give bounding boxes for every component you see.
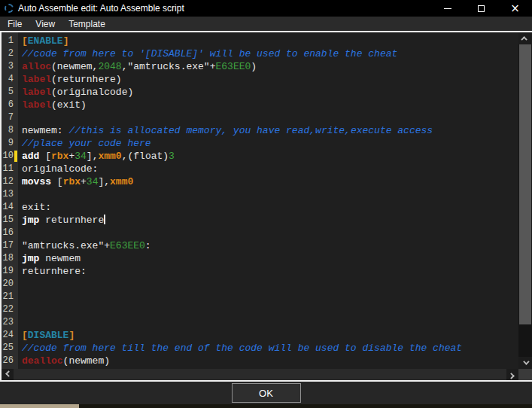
line-number: 9: [2, 137, 18, 150]
code-line[interactable]: [22, 316, 518, 329]
code-lines[interactable]: [ENABLE]//code from here to '[DISABLE]' …: [18, 32, 518, 369]
chevron-down-icon: [523, 358, 529, 364]
line-number: 25: [2, 342, 18, 355]
title-bar: Auto Assemble edit: Auto Assemble script…: [0, 0, 532, 17]
code-line[interactable]: [22, 303, 518, 316]
line-number: 3: [2, 60, 18, 73]
line-number: 15: [2, 214, 18, 227]
vertical-scroll-track[interactable]: [518, 324, 532, 357]
menu-item-file[interactable]: File: [1, 17, 29, 31]
editor-surface[interactable]: 1234567891011121314151617181920212223242…: [2, 32, 518, 369]
code-line[interactable]: label(originalcode): [22, 86, 518, 99]
chevron-right-icon: [508, 373, 514, 379]
code-line[interactable]: [22, 111, 518, 124]
cheat-engine-icon: [5, 4, 14, 13]
maximize-icon: [478, 5, 485, 12]
vertical-scrollbar[interactable]: [518, 32, 532, 369]
code-line[interactable]: label(exit): [22, 99, 518, 111]
chevron-left-icon: [5, 370, 11, 376]
scroll-down-button[interactable]: [518, 357, 532, 369]
text-caret: [104, 215, 105, 224]
close-icon: ×: [510, 3, 520, 14]
code-line[interactable]: returnhere:: [22, 265, 518, 278]
line-number: 13: [2, 188, 18, 201]
auto-assemble-edit-window: Auto Assemble edit: Auto Assemble script…: [0, 0, 532, 408]
line-number: 1: [2, 35, 18, 47]
code-line[interactable]: jmp returnhere: [22, 214, 518, 227]
code-line[interactable]: newmem: //this is allocated memory, you …: [22, 124, 518, 137]
code-line[interactable]: [22, 291, 518, 303]
code-line[interactable]: //code from here till the end of the cod…: [22, 342, 518, 355]
line-number: 7: [2, 111, 18, 124]
code-line[interactable]: [DISABLE]: [22, 329, 518, 342]
footer: OK: [0, 382, 532, 404]
line-number: 24: [2, 329, 18, 342]
line-number: 4: [2, 73, 18, 86]
line-number: 20: [2, 278, 18, 291]
code-line[interactable]: alloc(newmem,2048,"amtrucks.exe"+E63EE0): [22, 60, 518, 73]
line-number: 5: [2, 86, 18, 99]
code-line[interactable]: [ENABLE]: [22, 35, 518, 47]
scroll-left-button[interactable]: [2, 369, 14, 380]
code-line[interactable]: //code from here to '[DISABLE]' will be …: [22, 47, 518, 60]
code-line[interactable]: //place your code here: [22, 137, 518, 150]
code-line[interactable]: [22, 188, 518, 201]
code-line[interactable]: movss [rbx+34],xmm0: [22, 175, 518, 188]
line-number: 11: [2, 163, 18, 175]
close-button[interactable]: ×: [498, 0, 532, 17]
desktop-background-patch: [0, 404, 79, 408]
menu-item-template[interactable]: Template: [62, 17, 112, 31]
code-line[interactable]: [22, 227, 518, 239]
vertical-scroll-thumb[interactable]: [519, 44, 531, 324]
code-line[interactable]: jmp newmem: [22, 252, 518, 265]
line-number: 14: [2, 201, 18, 214]
horizontal-scroll-track[interactable]: [14, 369, 506, 380]
line-number: 19: [2, 265, 18, 278]
chevron-up-icon: [521, 36, 527, 42]
minimize-icon: [444, 8, 451, 9]
code-line[interactable]: label(returnhere): [22, 73, 518, 86]
line-number: 8: [2, 124, 18, 137]
line-number: 12: [2, 175, 18, 188]
line-number-current: 10: [2, 150, 18, 163]
window-title: Auto Assemble edit: Auto Assemble script: [18, 3, 430, 14]
code-line[interactable]: dealloc(newmem): [22, 355, 518, 367]
line-number: 26: [2, 355, 18, 367]
code-line[interactable]: [22, 278, 518, 291]
horizontal-scrollbar[interactable]: [2, 369, 518, 380]
code-line[interactable]: originalcode:: [22, 163, 518, 175]
code-line[interactable]: exit:: [22, 201, 518, 214]
line-number: 2: [2, 47, 18, 60]
code-line[interactable]: add [rbx+34],xmm0,(float)3: [22, 150, 518, 163]
minimize-button[interactable]: [430, 0, 464, 17]
line-number: 22: [2, 303, 18, 316]
line-number: 17: [2, 239, 18, 252]
line-number: 16: [2, 227, 18, 239]
scroll-up-button[interactable]: [518, 32, 532, 44]
code-editor[interactable]: 1234567891011121314151617181920212223242…: [0, 31, 532, 382]
menu-item-view[interactable]: View: [29, 17, 62, 31]
code-line[interactable]: "amtrucks.exe"+E63EE0:: [22, 239, 518, 252]
maximize-button[interactable]: [464, 0, 498, 17]
line-number: 23: [2, 316, 18, 329]
menu-bar: File View Template: [0, 17, 532, 31]
scroll-right-button[interactable]: [506, 369, 518, 380]
scrollbar-corner: [518, 369, 532, 380]
ok-button[interactable]: OK: [232, 383, 301, 403]
line-number: 21: [2, 291, 18, 303]
window-controls: ×: [430, 0, 532, 17]
gutter: 1234567891011121314151617181920212223242…: [2, 32, 18, 369]
line-number: 18: [2, 252, 18, 265]
desktop-background-strip: [0, 404, 532, 408]
line-number: 6: [2, 99, 18, 111]
